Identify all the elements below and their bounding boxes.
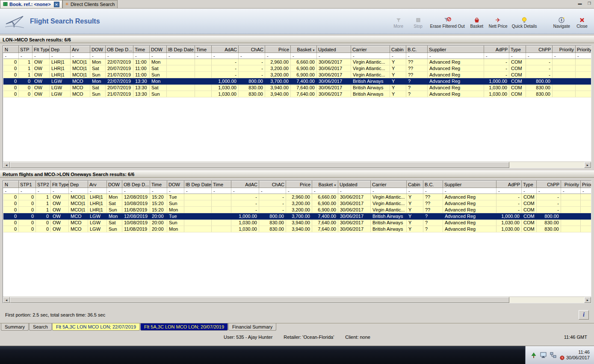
- result-row[interactable]: 000OWMCOLGWSat10/08/201920:00Sun1,030.00…: [3, 220, 591, 226]
- filter-cell[interactable]: -: [122, 188, 150, 194]
- scrollbar-track[interactable]: [10, 297, 584, 303]
- filter-cell[interactable]: -: [150, 53, 167, 59]
- filter-cell[interactable]: -: [581, 188, 591, 194]
- filter-cell[interactable]: -: [553, 53, 576, 59]
- horizontal-scrollbar[interactable]: ◄ ►: [3, 161, 591, 168]
- filter-cell[interactable]: -: [286, 188, 312, 194]
- filter-cell[interactable]: -: [51, 188, 69, 194]
- filter-cell[interactable]: -: [351, 53, 390, 59]
- filter-cell[interactable]: -: [133, 53, 150, 59]
- filter-cell[interactable]: -: [239, 53, 265, 59]
- column-header[interactable]: Price: [286, 181, 312, 188]
- column-header[interactable]: B.C.: [423, 181, 443, 188]
- tab-search[interactable]: Search: [29, 323, 52, 331]
- filter-cell[interactable]: -: [212, 188, 231, 194]
- tab-financial-summary[interactable]: Financial Summary: [228, 323, 276, 331]
- column-header[interactable]: STP: [19, 46, 33, 53]
- scroll-left-icon[interactable]: ◄: [3, 162, 10, 168]
- column-header[interactable]: STP1: [19, 181, 36, 188]
- filter-cell[interactable]: -: [526, 53, 553, 59]
- result-row[interactable]: 00OWLGWMCOSun21/07/201913:30Sun1,030.008…: [3, 91, 591, 97]
- column-header[interactable]: Carrier: [371, 181, 407, 188]
- filter-cell[interactable]: -: [88, 188, 107, 194]
- scroll-left-icon[interactable]: ◄: [3, 297, 10, 303]
- column-header[interactable]: Updated: [338, 181, 371, 188]
- scrollbar-track[interactable]: [10, 162, 584, 168]
- column-header[interactable]: Carrier: [351, 46, 390, 53]
- column-header[interactable]: Time: [212, 181, 231, 188]
- tab-flight-outbound[interactable]: Flt 5A,3C LON MCO LON; 22/07/2019: [52, 323, 140, 331]
- info-button[interactable]: i: [579, 310, 589, 320]
- tab-close-icon[interactable]: ✕: [54, 2, 59, 7]
- filter-cell[interactable]: -: [195, 53, 212, 59]
- column-header[interactable]: Arv: [71, 46, 90, 53]
- column-header[interactable]: N: [3, 181, 19, 188]
- column-header[interactable]: Dep: [50, 46, 71, 53]
- filter-cell[interactable]: -: [407, 188, 423, 194]
- filter-cell[interactable]: -: [19, 188, 36, 194]
- filter-cell[interactable]: -: [259, 188, 286, 194]
- filter-cell[interactable]: -: [338, 188, 371, 194]
- column-header[interactable]: Price: [265, 46, 291, 53]
- column-header[interactable]: Supplier: [428, 46, 484, 53]
- result-row[interactable]: 000OWMCOLGWMon12/08/201920:00Tue1,000.00…: [3, 213, 591, 220]
- column-header[interactable]: Time: [133, 46, 150, 53]
- result-row[interactable]: 001OWMCO|1LHR|1Sat10/08/201915:20Sun--3,…: [3, 200, 591, 207]
- basket-button[interactable]: Basket: [469, 16, 485, 29]
- maximize-icon[interactable]: ❐: [586, 1, 592, 6]
- column-header[interactable]: DOW: [107, 181, 122, 188]
- scrollbar-thumb[interactable]: [10, 162, 509, 168]
- scroll-right-icon[interactable]: ►: [584, 297, 591, 303]
- minimize-icon[interactable]: ▬: [577, 1, 583, 6]
- column-header[interactable]: N: [3, 46, 19, 53]
- result-row[interactable]: 01OWLHR|1MCO|1Mon22/07/201911:00Mon--2,9…: [3, 59, 591, 65]
- column-header[interactable]: Priority: [553, 46, 576, 53]
- filter-cell[interactable]: -: [33, 53, 50, 59]
- column-header[interactable]: Arv: [88, 181, 107, 188]
- column-header[interactable]: Supplier: [443, 181, 496, 188]
- column-header[interactable]: B.C.: [406, 46, 428, 53]
- column-header[interactable]: OB Dep D...: [122, 181, 150, 188]
- column-header[interactable]: AdPP: [496, 181, 522, 188]
- nett-price-button[interactable]: ✈ Nett Price: [489, 16, 508, 29]
- filter-cell[interactable]: -: [50, 53, 71, 59]
- result-row[interactable]: 01OWLHR|1MCO|1Sun21/07/201911:00Sun--3,2…: [3, 72, 591, 78]
- tab-direct-clients-search[interactable]: ✳ Direct Clients Search: [62, 0, 118, 8]
- column-header[interactable]: DOW: [167, 181, 184, 188]
- column-header[interactable]: Updated: [317, 46, 351, 53]
- column-header[interactable]: AdAC: [231, 181, 259, 188]
- column-header[interactable]: DOW: [90, 46, 106, 53]
- tab-summary[interactable]: Summary: [1, 323, 29, 331]
- erase-filtered-out-button[interactable]: Erase Filtered Out: [430, 16, 465, 29]
- filter-cell[interactable]: -: [19, 53, 33, 59]
- filter-cell[interactable]: -: [423, 188, 443, 194]
- result-row[interactable]: 00OWLGWMCOMon22/07/201913:30Mon1,000.008…: [3, 78, 591, 85]
- result-row[interactable]: 000OWMCOLGWSun11/08/201920:00Mon1,030.00…: [3, 226, 591, 232]
- alarm-clock-icon[interactable]: [560, 355, 564, 360]
- tree-icon[interactable]: [531, 352, 537, 358]
- network-icon[interactable]: [550, 352, 556, 358]
- filter-cell[interactable]: -: [484, 53, 509, 59]
- column-header[interactable]: AdPP: [484, 46, 509, 53]
- stop-button[interactable]: Stop: [411, 16, 426, 29]
- column-header[interactable]: ChAC: [259, 181, 286, 188]
- filter-cell[interactable]: -: [522, 188, 537, 194]
- column-header[interactable]: Flt Type: [51, 181, 69, 188]
- column-header[interactable]: Basket▼: [312, 181, 338, 188]
- filter-cell[interactable]: -: [107, 188, 122, 194]
- filter-cell[interactable]: -: [3, 188, 19, 194]
- filter-cell[interactable]: -: [90, 53, 106, 59]
- tab-flight-return[interactable]: Flt 5A,3C LON MCO LON; 20/07/2019: [140, 323, 228, 331]
- filter-cell[interactable]: -: [371, 188, 407, 194]
- filter-cell[interactable]: -: [106, 53, 133, 59]
- filter-cell[interactable]: -: [509, 53, 526, 59]
- filter-cell[interactable]: -: [69, 188, 88, 194]
- column-header[interactable]: Time: [195, 46, 212, 53]
- quick-details-button[interactable]: Quick Details: [512, 16, 537, 29]
- filter-cell[interactable]: -: [212, 53, 239, 59]
- scroll-right-icon[interactable]: ►: [584, 162, 591, 168]
- filter-cell[interactable]: -: [317, 53, 351, 59]
- filter-cell[interactable]: -: [36, 188, 51, 194]
- column-header[interactable]: Type: [522, 181, 537, 188]
- filter-cell[interactable]: -: [390, 53, 406, 59]
